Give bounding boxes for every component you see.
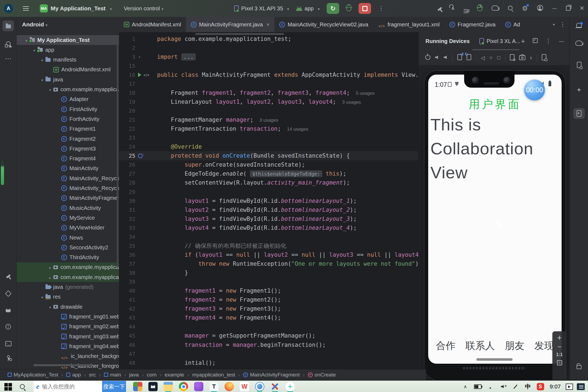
terminal-tool-button[interactable] (2, 338, 14, 349)
taskbar-clock[interactable]: 9:07 (549, 382, 562, 391)
rotate-left-button[interactable] (457, 54, 462, 61)
tree-row[interactable]: fragment_img01.webp (17, 312, 119, 321)
device-tab[interactable]: Pixel 3 XL A... (479, 38, 520, 44)
power-button[interactable] (425, 55, 430, 61)
tree-row[interactable]: Fragment1 (17, 124, 119, 134)
sogou-icon[interactable]: S (536, 382, 545, 391)
taskbar-search-icon[interactable] (20, 384, 25, 389)
main-menu-icon[interactable] (23, 6, 29, 7)
tree-row[interactable]: MainActivityFragment (17, 193, 119, 203)
vcs-widget[interactable]: Version control (124, 5, 163, 12)
search-input[interactable] (42, 383, 99, 390)
structure-tool-button[interactable] (2, 38, 14, 49)
tree-row[interactable]: Adapter (17, 94, 119, 104)
editor-tab[interactable]: MainActivity_RecycleView02.java (274, 17, 373, 32)
tree-chevron-icon[interactable] (32, 47, 37, 53)
gemini-tool-button[interactable] (573, 84, 585, 95)
folder-app-icon[interactable] (164, 382, 173, 391)
more-tool-button[interactable] (2, 53, 14, 64)
browser-app-icon[interactable] (255, 382, 264, 391)
breadcrumb-item[interactable]: app (66, 372, 81, 378)
tree-row[interactable]: News (17, 233, 119, 243)
tree-row[interactable]: fragment_img03.webp (17, 332, 119, 341)
tree-row[interactable]: java(generated) (17, 282, 119, 292)
run-gutter-icon[interactable] (138, 73, 141, 77)
back-button[interactable] (481, 55, 485, 61)
overrides-gutter-icon[interactable] (138, 154, 143, 158)
editor-tab[interactable]: AndroidManifest.xml (119, 17, 186, 32)
tree-row[interactable]: fragment_img04.webp (17, 341, 119, 351)
tree-row[interactable]: fragment_img02.webp (17, 322, 119, 332)
tree-chevron-icon[interactable] (47, 274, 53, 280)
notifications-tool-button[interactable] (573, 20, 585, 31)
tree-row[interactable]: MainActivity (17, 164, 119, 173)
chrome-app-icon[interactable] (179, 382, 188, 391)
tree-row[interactable]: SecondActivity2 (17, 243, 119, 252)
chevron-right-button[interactable] (530, 54, 532, 62)
snapshot-search-button[interactable] (542, 54, 546, 62)
tree-row[interactable]: MainActivity_RecycleView (17, 183, 119, 193)
tree-row[interactable]: java (17, 75, 119, 84)
breadcrumb-item[interactable]: java (129, 372, 139, 378)
wps-app-icon[interactable] (240, 382, 249, 391)
editor-tab[interactable]: Fragment2.java (445, 17, 500, 32)
embed-panel-button[interactable] (533, 38, 538, 44)
rerun-tasks-button[interactable] (464, 6, 468, 11)
scissors-app-icon[interactable] (270, 382, 280, 391)
home-button[interactable] (489, 55, 492, 61)
hide-panel-button[interactable] (559, 38, 564, 44)
panel-options-button[interactable] (545, 38, 551, 45)
fold-chevron-icon[interactable] (138, 54, 141, 60)
profile-button[interactable] (537, 5, 543, 12)
device-selector[interactable]: Pixel 3 XL API 35 (234, 5, 289, 12)
tree-chevron-icon[interactable] (47, 86, 53, 93)
volume-down-button[interactable] (444, 55, 448, 60)
notification-center-icon[interactable] (577, 383, 585, 390)
resource-manager-tool-button[interactable] (2, 288, 14, 299)
volume-up-button[interactable] (435, 55, 439, 60)
tree-chevron-icon[interactable] (39, 76, 45, 83)
close-icon[interactable] (265, 22, 270, 28)
breadcrumb-item[interactable]: MainActivityFragment (243, 372, 300, 378)
bottom-tab[interactable]: 发现 (534, 339, 554, 353)
tab-list-chevron-button[interactable] (551, 22, 555, 27)
tree-row[interactable]: My Application_Test (17, 35, 119, 45)
breadcrumb-item[interactable]: src (89, 372, 96, 378)
tree-row[interactable]: MyService (17, 213, 119, 223)
project-widget[interactable]: MA My Application_Test (40, 4, 112, 13)
breadcrumb-item[interactable]: onCreate (308, 372, 336, 378)
tab-options-button[interactable] (560, 21, 566, 28)
taskbar-search-box[interactable]: e (33, 381, 102, 392)
wifi-icon[interactable] (486, 382, 495, 391)
build-hammer-button[interactable] (437, 6, 442, 11)
version-control-tool-button[interactable] (2, 353, 14, 364)
tree-horizontal-scrollbar[interactable] (33, 364, 92, 366)
breadcrumb-item[interactable]: MyApplication_Test (8, 372, 58, 378)
rotate-right-button[interactable] (467, 54, 471, 61)
tree-chevron-icon[interactable] (24, 37, 29, 43)
tree-row[interactable]: drawable (17, 302, 119, 312)
astudio-app-icon[interactable] (286, 382, 295, 391)
debug-button[interactable] (346, 5, 351, 12)
search-button[interactable] (508, 6, 513, 11)
breadcrumb-item[interactable]: example (165, 372, 184, 378)
run-configuration-selector[interactable]: app (296, 5, 320, 12)
tree-row[interactable]: com.example.myapplication_test (17, 85, 119, 94)
lock-tool-button[interactable] (573, 360, 585, 371)
tree-row[interactable]: manifests (17, 55, 119, 65)
tree-row[interactable]: MyViewHolder (17, 223, 119, 233)
floating-timer[interactable]: 00:00 (524, 79, 545, 100)
editor-tab[interactable]: MainActivityFragment.java (186, 17, 274, 32)
video-player-icon[interactable] (566, 384, 573, 390)
breadcrumb-item[interactable]: com (147, 372, 157, 378)
bottom-tab[interactable]: 朋友 (505, 339, 524, 353)
camera-button[interactable] (519, 54, 525, 61)
breadcrumb-item[interactable]: myapplication_test (192, 372, 235, 378)
zoom-actual-size-button[interactable]: 1:1 (556, 352, 563, 357)
tree-row[interactable]: Fragment2 (17, 134, 119, 144)
tree-row[interactable]: ThirdActivity (17, 253, 119, 262)
tree-row[interactable]: ForthActivity (17, 114, 119, 124)
emulator-screen[interactable]: 1:07 用户界面 This isCollaborationView 合作联系人… (428, 75, 562, 364)
editor-tab[interactable]: fragment_layout1.xml (373, 17, 445, 32)
zoom-in-button[interactable]: + (557, 334, 562, 342)
